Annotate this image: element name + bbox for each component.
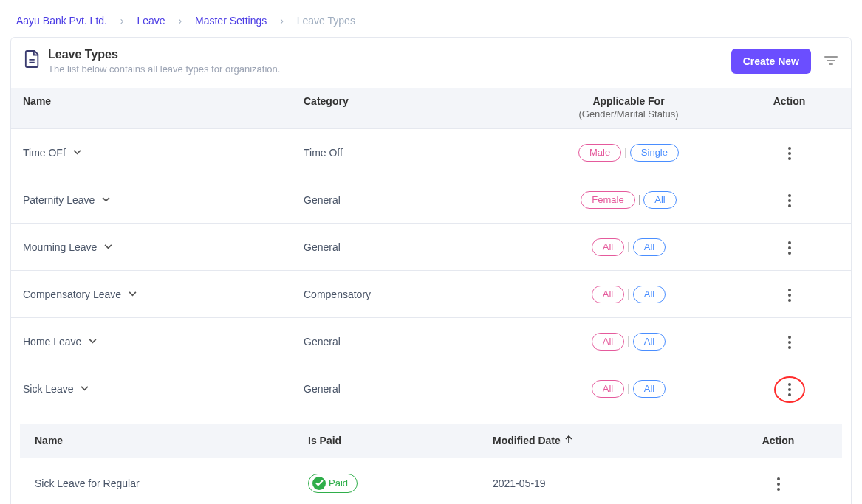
row-actions-menu[interactable] bbox=[784, 331, 796, 353]
pill-separator: | bbox=[627, 288, 630, 300]
page-subtitle: The list below contains all leave types … bbox=[48, 63, 280, 75]
row-category: General bbox=[304, 241, 518, 253]
marital-pill: All bbox=[633, 286, 666, 303]
row-name-label: Home Leave bbox=[23, 336, 81, 348]
gender-pill: Male bbox=[578, 144, 621, 162]
row-applicable: All|All bbox=[518, 380, 739, 398]
breadcrumb-link[interactable]: Leave bbox=[137, 15, 165, 27]
sub-panel: NameIs PaidModified Date ActionSick Leav… bbox=[11, 412, 851, 504]
row-action bbox=[739, 282, 839, 306]
chevron-down-icon bbox=[129, 291, 137, 297]
th-category: Category bbox=[304, 95, 518, 120]
th-sub-name: Name bbox=[35, 435, 308, 446]
pill-separator: | bbox=[627, 241, 630, 252]
row-name-expand[interactable]: Time OFf bbox=[23, 147, 304, 159]
row-name-expand[interactable]: Sick Leave bbox=[23, 383, 304, 395]
sub-row-name: Sick Leave for Regular bbox=[35, 477, 308, 489]
th-action: Action bbox=[739, 95, 839, 120]
th-sub-action: Action bbox=[729, 435, 827, 446]
sort-asc-icon bbox=[565, 435, 572, 446]
chevron-right-icon: › bbox=[178, 15, 182, 27]
table-header: Name Category Applicable For (Gender/Mar… bbox=[11, 88, 851, 129]
gender-pill: All bbox=[592, 286, 624, 303]
gender-pill: Female bbox=[581, 191, 634, 209]
row-action bbox=[739, 376, 839, 401]
th-sub-modified[interactable]: Modified Date bbox=[493, 435, 729, 446]
row-applicable: Male|Single bbox=[518, 144, 739, 162]
marital-pill: All bbox=[643, 191, 676, 209]
breadcrumb-link[interactable]: Aayu Bank Pvt. Ltd. bbox=[16, 15, 107, 27]
paid-badge: Paid bbox=[308, 474, 358, 493]
check-circle-icon bbox=[312, 477, 326, 490]
table-row: Mourning LeaveGeneralAll|All bbox=[11, 224, 851, 271]
breadcrumb-link[interactable]: Master Settings bbox=[195, 15, 267, 27]
chevron-right-icon: › bbox=[280, 15, 284, 27]
marital-pill: All bbox=[633, 333, 666, 351]
row-applicable: All|All bbox=[518, 286, 739, 303]
table-row: Paternity LeaveGeneralFemale|All bbox=[11, 176, 851, 224]
card-header: Leave Types The list below contains all … bbox=[11, 38, 851, 88]
th-name: Name bbox=[23, 95, 304, 120]
row-action bbox=[739, 187, 839, 212]
chevron-down-icon bbox=[102, 197, 110, 202]
breadcrumb: Aayu Bank Pvt. Ltd. › Leave › Master Set… bbox=[7, 0, 855, 37]
chevron-down-icon bbox=[73, 150, 81, 155]
sub-row-action bbox=[729, 471, 827, 495]
chevron-down-icon bbox=[81, 386, 89, 391]
pill-separator: | bbox=[627, 335, 630, 347]
row-action bbox=[739, 235, 839, 259]
marital-pill: Single bbox=[630, 144, 679, 162]
row-applicable: Female|All bbox=[518, 191, 739, 209]
table-row: Compensatory LeaveCompensatoryAll|All bbox=[11, 271, 851, 318]
row-action bbox=[739, 140, 839, 165]
table-row: Time OFfTime OffMale|Single bbox=[11, 129, 851, 176]
page-title: Leave Types bbox=[48, 48, 280, 61]
chevron-down-icon bbox=[104, 244, 112, 249]
chevron-down-icon bbox=[89, 339, 97, 344]
pill-separator: | bbox=[627, 382, 630, 394]
pill-separator: | bbox=[638, 193, 641, 205]
leave-types-card: Leave Types The list below contains all … bbox=[10, 37, 852, 504]
row-category: General bbox=[304, 383, 518, 395]
marital-pill: All bbox=[633, 380, 666, 398]
row-applicable: All|All bbox=[518, 238, 739, 256]
gender-pill: All bbox=[592, 238, 624, 256]
row-category: Compensatory bbox=[304, 289, 518, 300]
gender-pill: All bbox=[592, 333, 624, 351]
row-applicable: All|All bbox=[518, 333, 739, 351]
row-name-expand[interactable]: Compensatory Leave bbox=[23, 289, 304, 300]
row-name-label: Sick Leave bbox=[23, 383, 73, 395]
th-sub-is-paid: Is Paid bbox=[308, 435, 493, 446]
row-category: General bbox=[304, 194, 518, 206]
row-actions-menu[interactable] bbox=[784, 237, 796, 259]
row-action bbox=[739, 329, 839, 353]
th-applicable: Applicable For (Gender/Marital Status) bbox=[518, 95, 739, 120]
row-name-expand[interactable]: Paternity Leave bbox=[23, 194, 304, 206]
breadcrumb-current: Leave Types bbox=[297, 15, 355, 27]
leave-types-table: Name Category Applicable For (Gender/Mar… bbox=[11, 88, 851, 504]
table-row: Sick LeaveGeneralAll|All bbox=[11, 365, 851, 412]
sub-row-actions-menu[interactable] bbox=[773, 473, 784, 495]
table-row: Home LeaveGeneralAll|All bbox=[11, 318, 851, 365]
marital-pill: All bbox=[633, 238, 666, 256]
row-name-expand[interactable]: Home Leave bbox=[23, 336, 304, 348]
filter-icon[interactable] bbox=[824, 55, 838, 68]
chevron-right-icon: › bbox=[120, 15, 124, 27]
row-category: General bbox=[304, 336, 518, 348]
row-actions-menu[interactable] bbox=[784, 142, 796, 165]
sub-table-row: Sick Leave for RegularPaid2021-05-19 bbox=[20, 458, 842, 504]
row-name-label: Paternity Leave bbox=[23, 194, 95, 206]
document-icon bbox=[24, 48, 41, 71]
row-actions-menu[interactable] bbox=[784, 379, 796, 401]
row-name-label: Time OFf bbox=[23, 147, 66, 159]
sub-row-modified: 2021-05-19 bbox=[493, 477, 729, 489]
row-actions-menu[interactable] bbox=[784, 190, 796, 212]
sub-table-header: NameIs PaidModified Date Action bbox=[20, 424, 842, 458]
row-name-label: Mourning Leave bbox=[23, 241, 97, 253]
row-name-expand[interactable]: Mourning Leave bbox=[23, 241, 304, 253]
pill-separator: | bbox=[624, 146, 627, 158]
row-actions-menu[interactable] bbox=[784, 284, 796, 306]
create-new-button[interactable]: Create New bbox=[731, 49, 811, 74]
row-name-label: Compensatory Leave bbox=[23, 289, 121, 300]
row-category: Time Off bbox=[304, 147, 518, 159]
